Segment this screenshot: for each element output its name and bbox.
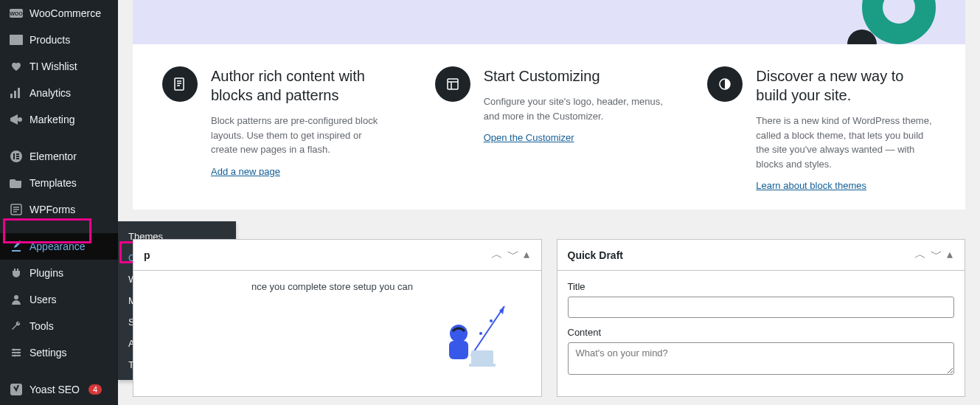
- sidebar-label: Templates: [29, 177, 77, 189]
- svg-rect-6: [18, 88, 20, 98]
- welcome-desc: There is a new kind of WordPress theme, …: [756, 114, 936, 171]
- sidebar-item-wishlist[interactable]: TI Wishlist: [0, 53, 118, 80]
- dashbox-header[interactable]: p ︿ ﹀ ▴: [133, 240, 541, 271]
- title-label: Title: [568, 281, 955, 292]
- sidebar-item-tools[interactable]: Tools: [0, 313, 118, 339]
- sidebar-item-settings[interactable]: Settings: [0, 339, 118, 366]
- contrast-icon: [707, 66, 743, 102]
- sidebar-label: Products: [29, 34, 70, 46]
- svg-rect-32: [448, 79, 458, 89]
- svg-rect-9: [13, 153, 15, 159]
- svg-rect-3: [10, 35, 23, 38]
- welcome-desc: Configure your site's logo, header, menu…: [484, 94, 664, 123]
- move-up-icon[interactable]: ︿: [490, 247, 504, 263]
- yoast-icon: [9, 382, 24, 397]
- svg-point-21: [13, 349, 15, 351]
- plugins-icon: [9, 266, 24, 280]
- analytics-icon: [9, 86, 24, 100]
- main-content: Author rich content with blocks and patt…: [118, 0, 980, 405]
- svg-rect-42: [471, 350, 493, 365]
- templates-icon: [9, 176, 24, 190]
- admin-sidebar: WOO WooCommerce Products TI Wishlist Ana…: [0, 0, 118, 405]
- sidebar-label: Plugins: [29, 267, 63, 279]
- welcome-title: Author rich content with blocks and patt…: [211, 66, 391, 105]
- draft-title-input[interactable]: [568, 297, 955, 318]
- marketing-icon: [9, 112, 24, 127]
- svg-line-36: [471, 306, 504, 356]
- svg-point-39: [490, 319, 493, 322]
- toggle-icon[interactable]: ▴: [945, 247, 954, 263]
- svg-point-38: [479, 332, 482, 335]
- sidebar-label: Users: [29, 294, 57, 305]
- banner: [133, 0, 965, 44]
- sidebar-label: Appearance: [29, 240, 86, 252]
- svg-rect-2: [10, 37, 23, 45]
- welcome-col-author: Author rich content with blocks and patt…: [162, 66, 391, 192]
- svg-rect-10: [16, 153, 19, 155]
- svg-point-7: [18, 117, 22, 122]
- svg-rect-12: [16, 158, 19, 159]
- users-icon: [9, 292, 24, 307]
- setup-text: nce you complete store setup you can: [251, 281, 413, 292]
- welcome-panel: Author rich content with blocks and patt…: [133, 44, 965, 210]
- svg-text:WOO: WOO: [10, 11, 23, 16]
- open-customizer-link[interactable]: Open the Customizer: [484, 132, 574, 143]
- sidebar-item-plugins[interactable]: Plugins: [0, 260, 118, 286]
- welcome-title: Start Customizing: [484, 66, 664, 86]
- svg-point-23: [14, 355, 16, 357]
- tools-icon: [9, 319, 24, 333]
- svg-point-22: [18, 352, 20, 354]
- products-icon: [9, 32, 24, 47]
- svg-rect-4: [10, 94, 13, 98]
- dashbox-quick-draft: Quick Draft ︿ ﹀ ▴ Title Content: [557, 239, 966, 397]
- dashbox-setup: p ︿ ﹀ ▴ nce you complete store setup you…: [133, 239, 542, 397]
- elementor-icon: [9, 149, 24, 164]
- woocommerce-icon: WOO: [9, 6, 24, 21]
- sidebar-item-templates[interactable]: Templates: [0, 170, 118, 196]
- setup-illustration: [431, 300, 519, 367]
- dashbox-header[interactable]: Quick Draft ︿ ﹀ ▴: [557, 240, 965, 271]
- toggle-icon[interactable]: ▴: [522, 247, 531, 263]
- welcome-title: Discover a new way to build your site.: [756, 66, 936, 105]
- sidebar-item-users[interactable]: Users: [0, 286, 118, 313]
- appearance-icon: [9, 239, 24, 254]
- sidebar-item-marketing[interactable]: Marketing: [0, 106, 118, 133]
- dashbox-title: Quick Draft: [568, 249, 623, 261]
- wishlist-icon: [9, 59, 24, 74]
- notification-badge: 4: [88, 384, 102, 395]
- svg-rect-20: [12, 355, 21, 356]
- svg-rect-41: [449, 341, 468, 359]
- sidebar-label: WooCommerce: [29, 7, 101, 19]
- welcome-col-discover: Discover a new way to build your site. T…: [707, 66, 936, 192]
- sidebar-item-products[interactable]: Products: [0, 27, 118, 53]
- blocks-icon: [162, 66, 198, 102]
- sidebar-item-yoast[interactable]: Yoast SEO 4: [0, 376, 118, 403]
- move-down-icon[interactable]: ﹀: [929, 247, 944, 263]
- sidebar-label: Tools: [29, 320, 54, 332]
- sidebar-item-appearance[interactable]: Appearance: [0, 233, 118, 260]
- sidebar-label: Elementor: [29, 150, 77, 162]
- welcome-desc: Block patterns are pre-configured block …: [211, 114, 391, 157]
- wpforms-icon: [9, 202, 24, 217]
- sidebar-label: TI Wishlist: [29, 60, 77, 72]
- move-up-icon[interactable]: ︿: [913, 247, 928, 263]
- svg-rect-43: [469, 364, 496, 367]
- dashbox-row: p ︿ ﹀ ▴ nce you complete store setup you…: [133, 239, 965, 397]
- sidebar-label: Settings: [29, 347, 67, 359]
- sidebar-item-analytics[interactable]: Analytics: [0, 80, 118, 106]
- move-down-icon[interactable]: ﹀: [506, 247, 521, 263]
- sidebar-item-woocommerce[interactable]: WOO WooCommerce: [0, 0, 118, 27]
- sidebar-label: Yoast SEO: [29, 384, 80, 395]
- svg-rect-28: [175, 78, 184, 90]
- sidebar-item-wpforms[interactable]: WPForms: [0, 196, 118, 223]
- draft-content-textarea[interactable]: [568, 342, 955, 375]
- layout-icon: [435, 66, 470, 102]
- welcome-col-customize: Start Customizing Configure your site's …: [435, 66, 664, 192]
- add-new-page-link[interactable]: Add a new page: [211, 166, 280, 177]
- learn-block-themes-link[interactable]: Learn about block themes: [756, 180, 866, 191]
- sidebar-label: Marketing: [29, 114, 74, 125]
- sidebar-label: Analytics: [29, 87, 71, 99]
- sidebar-label: WPForms: [29, 204, 75, 215]
- svg-point-17: [14, 295, 18, 300]
- sidebar-item-elementor[interactable]: Elementor: [0, 143, 118, 170]
